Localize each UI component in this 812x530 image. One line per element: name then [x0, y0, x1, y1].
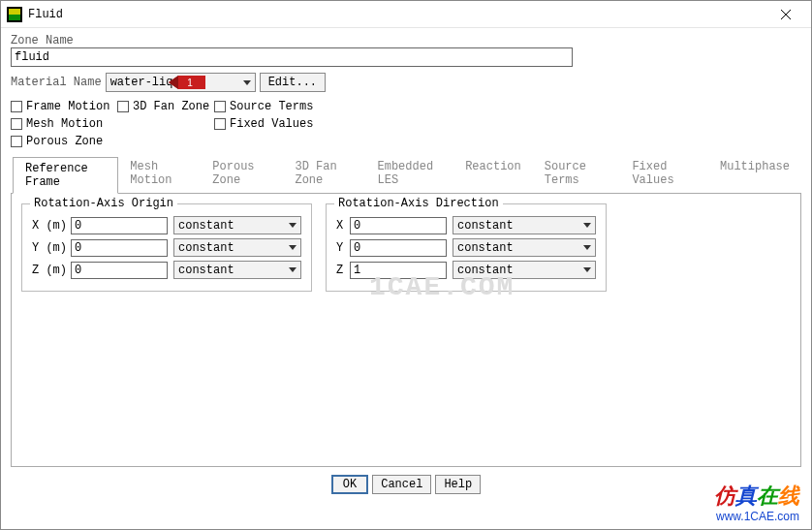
direction-y-input[interactable]	[350, 239, 447, 257]
tab-mesh-motion[interactable]: Mesh Motion	[118, 156, 201, 193]
chevron-down-icon	[289, 223, 297, 228]
titlebar: Fluid	[1, 1, 811, 28]
svg-text:1: 1	[187, 78, 193, 88]
annotation-marker: 1	[169, 76, 205, 89]
group-title: Rotation-Axis Origin	[30, 197, 177, 210]
direction-z-label: Z	[336, 264, 350, 277]
direction-x-input[interactable]	[350, 217, 447, 234]
tab-embedded-les[interactable]: Embedded LES	[366, 156, 454, 193]
tab-porous-zone[interactable]: Porous Zone	[201, 156, 283, 193]
chevron-down-icon	[243, 80, 251, 85]
zone-name-input[interactable]	[11, 47, 573, 67]
direction-y-mode-dropdown[interactable]: constant	[453, 238, 596, 257]
checkbox-icon	[11, 136, 22, 147]
frame-motion-checkbox[interactable]: Frame Motion	[11, 100, 117, 113]
fixed-values-checkbox[interactable]: Fixed Values	[214, 117, 350, 131]
tab-multiphase[interactable]: Multiphase	[708, 156, 801, 193]
chevron-down-icon	[583, 223, 591, 228]
cancel-button[interactable]: Cancel	[372, 475, 431, 494]
dialog-button-bar: OK Cancel Help	[11, 475, 801, 494]
zone-name-label: Zone Name	[11, 34, 801, 47]
origin-y-input[interactable]	[71, 239, 168, 257]
tab-reference-frame[interactable]: Reference Frame	[13, 157, 118, 194]
origin-x-input[interactable]	[71, 217, 168, 234]
dialog-body: Zone Name Material Name water-liquid 1 E…	[1, 28, 811, 494]
edit-material-button[interactable]: Edit...	[260, 73, 326, 92]
origin-y-label: Y (m)	[32, 241, 71, 255]
source-terms-checkbox[interactable]: Source Terms	[214, 100, 350, 113]
chevron-down-icon	[583, 245, 591, 250]
reference-frame-panel: Rotation-Axis Origin X (m) constant Y (m…	[11, 194, 801, 467]
svg-marker-3	[169, 76, 178, 89]
checkbox-icon	[214, 118, 226, 130]
origin-z-mode-dropdown[interactable]: constant	[173, 261, 301, 279]
checkbox-icon	[214, 101, 226, 112]
chevron-down-icon	[583, 267, 591, 272]
mesh-motion-checkbox[interactable]: Mesh Motion	[11, 117, 117, 131]
checkbox-icon	[11, 101, 22, 112]
close-button[interactable]	[766, 3, 805, 26]
origin-z-input[interactable]	[71, 262, 168, 279]
direction-z-input[interactable]	[350, 262, 447, 279]
3d-fan-zone-checkbox[interactable]: 3D Fan Zone	[117, 100, 214, 113]
checkbox-icon	[117, 101, 129, 112]
tab-source-terms[interactable]: Source Terms	[533, 156, 621, 193]
origin-x-mode-dropdown[interactable]: constant	[173, 216, 301, 234]
tab-reaction[interactable]: Reaction	[453, 156, 533, 193]
checkbox-icon	[11, 118, 22, 130]
material-name-label: Material Name	[11, 76, 102, 89]
rotation-axis-origin-group: Rotation-Axis Origin X (m) constant Y (m…	[21, 203, 312, 292]
app-icon	[7, 7, 22, 22]
tab-3d-fan-zone[interactable]: 3D Fan Zone	[283, 156, 365, 193]
direction-y-label: Y	[336, 241, 350, 255]
tab-bar: Reference Frame Mesh Motion Porous Zone …	[11, 156, 801, 194]
group-title: Rotation-Axis Direction	[334, 197, 503, 210]
direction-z-mode-dropdown[interactable]: constant	[453, 261, 596, 279]
origin-y-mode-dropdown[interactable]: constant	[173, 238, 301, 257]
origin-z-label: Z (m)	[32, 264, 71, 277]
chevron-down-icon	[289, 245, 297, 250]
tab-fixed-values[interactable]: Fixed Values	[620, 156, 708, 193]
window-title: Fluid	[28, 8, 766, 21]
help-button[interactable]: Help	[435, 475, 481, 494]
rotation-axis-direction-group: Rotation-Axis Direction X constant Y con…	[326, 203, 607, 292]
porous-zone-checkbox[interactable]: Porous Zone	[11, 135, 117, 148]
ok-button[interactable]: OK	[331, 475, 368, 494]
origin-x-label: X (m)	[32, 219, 71, 233]
chevron-down-icon	[289, 267, 297, 272]
close-icon	[781, 10, 791, 19]
material-name-dropdown[interactable]: water-liquid 1	[106, 73, 256, 92]
logo-url: www.1CAE.com	[714, 510, 799, 523]
options-checkboxes: Frame Motion 3D Fan Zone Source Terms Me…	[11, 100, 801, 148]
direction-x-mode-dropdown[interactable]: constant	[453, 216, 596, 234]
site-logo: 仿真在线 www.1CAE.com	[714, 483, 799, 523]
logo-cn: 仿真在线	[714, 483, 799, 509]
direction-x-label: X	[336, 219, 350, 233]
fluid-dialog: Fluid Zone Name Material Name water-liqu…	[0, 0, 812, 530]
